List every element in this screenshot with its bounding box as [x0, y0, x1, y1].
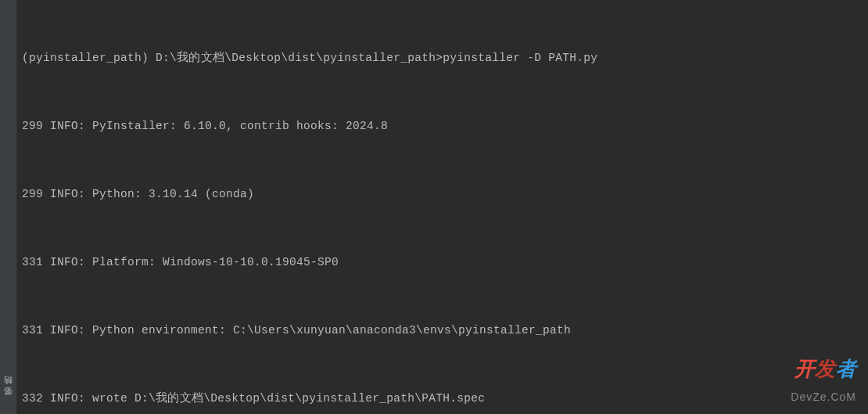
sidebar-tab-structure[interactable]: 结构 — [0, 391, 17, 392]
terminal-line: 299 INFO: Python: 3.10.14 (conda) — [22, 183, 868, 206]
sidebar-tab-bookmarks[interactable]: 书签 — [0, 401, 17, 403]
terminal-line: 332 INFO: wrote D:\我的文档\Desktop\dist\pyi… — [22, 387, 868, 410]
terminal-line: (pyinstaller_path) D:\我的文档\Desktop\dist\… — [22, 47, 868, 70]
terminal-line: 299 INFO: PyInstaller: 6.10.0, contrib h… — [22, 115, 868, 138]
terminal-output[interactable]: (pyinstaller_path) D:\我的文档\Desktop\dist\… — [0, 0, 868, 414]
terminal-line: 331 INFO: Python environment: C:\Users\x… — [22, 319, 868, 342]
sidebar-tabs: 结构 书签 — [0, 0, 17, 414]
terminal-line: 331 INFO: Platform: Windows-10-10.0.1904… — [22, 251, 868, 274]
